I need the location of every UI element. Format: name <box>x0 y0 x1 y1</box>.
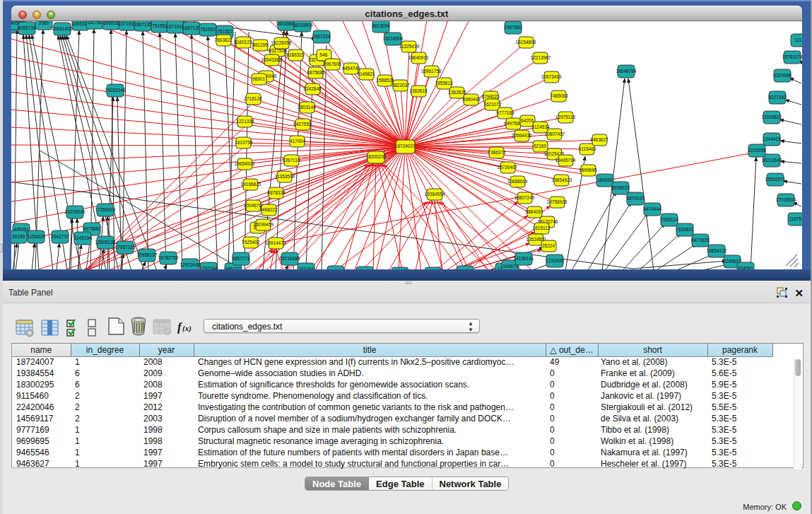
svg-text:19654923: 19654923 <box>552 177 572 182</box>
svg-text:12093822: 12093822 <box>762 115 782 119</box>
svg-text:1244415: 1244415 <box>763 136 781 141</box>
svg-text:7857224: 7857224 <box>312 34 331 39</box>
svg-text:9329966: 9329966 <box>773 73 792 78</box>
svg-text:18640910: 18640910 <box>408 55 429 60</box>
svg-text:1221338: 1221338 <box>236 119 254 124</box>
svg-text:7955812: 7955812 <box>435 81 453 86</box>
svg-text:6794023: 6794023 <box>481 94 500 99</box>
svg-text:1667135: 1667135 <box>134 22 152 27</box>
svg-text:1112: 1112 <box>794 37 802 42</box>
svg-text:18226058: 18226058 <box>271 40 292 45</box>
svg-text:64206: 64206 <box>521 118 534 123</box>
svg-text:164093: 164093 <box>597 177 613 182</box>
svg-text:1621072: 1621072 <box>483 102 502 107</box>
svg-text:20691406: 20691406 <box>52 26 73 31</box>
svg-text:20206536: 20206536 <box>65 209 86 214</box>
svg-text:924561: 924561 <box>738 266 753 269</box>
svg-text:19218506: 19218506 <box>383 36 404 41</box>
svg-text:751552: 751552 <box>152 23 167 28</box>
svg-text:17957223: 17957223 <box>115 245 136 250</box>
svg-text:25224: 25224 <box>542 243 555 248</box>
svg-text:19384554: 19384554 <box>425 192 445 197</box>
svg-text:39159: 39159 <box>12 234 25 239</box>
svg-text:696616: 696616 <box>103 21 119 25</box>
svg-text:9463627: 9463627 <box>590 137 608 142</box>
svg-text:8186323: 8186323 <box>286 52 305 57</box>
svg-text:2718126: 2718126 <box>244 96 262 101</box>
svg-text:8454749: 8454749 <box>342 66 360 71</box>
svg-text:2967608: 2967608 <box>323 62 341 66</box>
svg-text:9777169: 9777169 <box>496 110 514 115</box>
svg-text:2987682: 2987682 <box>504 25 522 30</box>
svg-text:19166825: 19166825 <box>241 182 261 187</box>
svg-text:16782759: 16782759 <box>158 255 179 260</box>
svg-text:15692971: 15692971 <box>765 177 786 182</box>
svg-text:1362615: 1362615 <box>409 88 428 93</box>
svg-text:14136141: 14136141 <box>514 256 534 261</box>
svg-text:15751074: 15751074 <box>782 54 802 59</box>
svg-text:16914479: 16914479 <box>266 240 286 245</box>
svg-text:11353594: 11353594 <box>275 174 295 179</box>
svg-text:7663822: 7663822 <box>214 37 233 42</box>
svg-text:546: 546 <box>320 52 328 57</box>
svg-text:9146821: 9146821 <box>357 71 375 76</box>
svg-text:751552: 751552 <box>200 27 216 32</box>
svg-text:10807457: 10807457 <box>545 132 565 136</box>
svg-text:16154808: 16154808 <box>516 40 536 45</box>
svg-text:3822037: 3822037 <box>392 83 410 88</box>
svg-text:12505135: 12505135 <box>95 240 116 245</box>
svg-text:18724007: 18724007 <box>395 144 416 148</box>
svg-text:18807249: 18807249 <box>514 195 535 200</box>
svg-text:10958107: 10958107 <box>137 252 158 257</box>
svg-text:8938923: 8938923 <box>611 185 630 190</box>
svg-text:7386372: 7386372 <box>488 150 506 155</box>
svg-text:20564436: 20564436 <box>512 133 532 138</box>
svg-text:751552: 751552 <box>217 29 233 34</box>
svg-text:8471626: 8471626 <box>691 238 710 243</box>
svg-text:985777: 985777 <box>225 267 241 269</box>
svg-text:2935114: 2935114 <box>661 217 678 222</box>
svg-text:9498222: 9498222 <box>259 207 278 212</box>
svg-text:10688609: 10688609 <box>507 179 528 184</box>
svg-text:152760: 152760 <box>87 21 102 25</box>
svg-text:16099459: 16099459 <box>254 222 274 227</box>
svg-text:17359924: 17359924 <box>95 207 116 212</box>
svg-text:3215958: 3215958 <box>748 148 766 153</box>
svg-text:4055724: 4055724 <box>18 25 36 30</box>
svg-text:3124534: 3124534 <box>531 124 550 129</box>
svg-text:16543382: 16543382 <box>261 57 282 62</box>
svg-text:9857771: 9857771 <box>232 256 250 261</box>
svg-text:1588520: 1588520 <box>376 78 394 83</box>
svg-text:16033809: 16033809 <box>293 23 313 28</box>
svg-text:9115460: 9115460 <box>579 146 596 151</box>
svg-text:11325419: 11325419 <box>399 44 420 49</box>
svg-text:1071915: 1071915 <box>166 24 184 29</box>
svg-text:1362625: 1362625 <box>448 90 466 95</box>
svg-text:15720407: 15720407 <box>498 165 518 170</box>
svg-text:1156829: 1156829 <box>28 234 45 239</box>
svg-text:116753: 116753 <box>789 216 802 221</box>
svg-text:9884067: 9884067 <box>525 209 543 214</box>
svg-text:98901: 98901 <box>252 76 265 81</box>
svg-text:2942737: 2942737 <box>51 234 69 239</box>
svg-text:9474444: 9474444 <box>643 206 661 211</box>
svg-text:7625402: 7625402 <box>242 240 260 245</box>
svg-text:7632621: 7632621 <box>676 227 694 232</box>
svg-text:1610755: 1610755 <box>235 140 253 145</box>
svg-text:8878334: 8878334 <box>267 190 286 195</box>
svg-text:9899695: 9899695 <box>579 168 597 173</box>
svg-text:1733426: 1733426 <box>546 258 564 263</box>
svg-text:157164: 157164 <box>298 267 314 269</box>
svg-text:12975115: 12975115 <box>555 115 576 119</box>
svg-text:10973493: 10973493 <box>541 74 562 79</box>
svg-text:1145194: 1145194 <box>74 235 92 240</box>
svg-text:8160123: 8160123 <box>234 40 252 45</box>
svg-text:12923448: 12923448 <box>180 262 201 267</box>
svg-text:1292344: 1292344 <box>199 266 218 269</box>
svg-text:2803144: 2803144 <box>298 105 316 110</box>
svg-text:12213967: 12213967 <box>531 55 551 60</box>
svg-text:16961758: 16961758 <box>421 69 442 74</box>
svg-text:62160: 62160 <box>534 144 546 148</box>
svg-text:6497568: 6497568 <box>504 121 522 126</box>
svg-text:1615112: 1615112 <box>533 226 551 230</box>
